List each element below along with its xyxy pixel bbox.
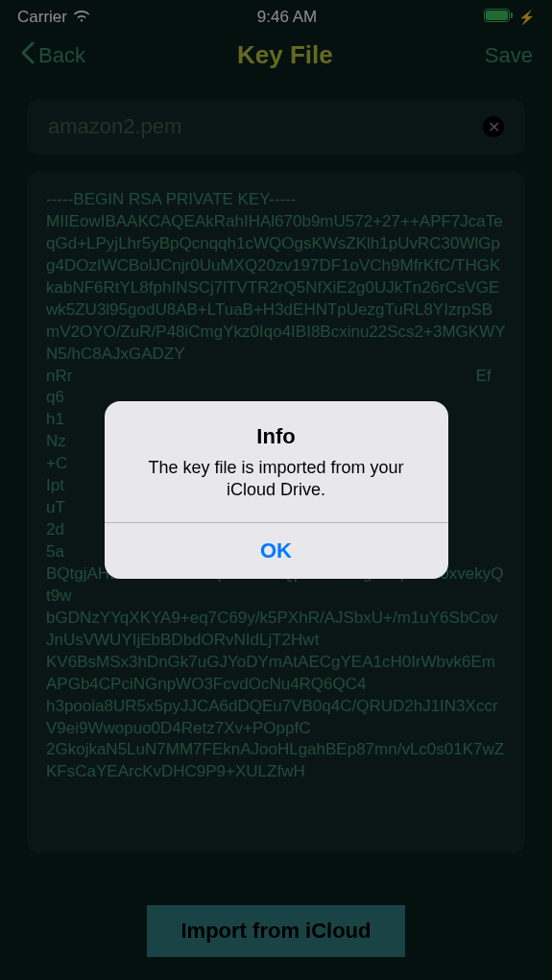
alert-dialog: Info The key file is imported from your … xyxy=(105,401,448,580)
modal-overlay: Info The key file is imported from your … xyxy=(0,0,552,980)
alert-message: The key file is imported from your iClou… xyxy=(126,457,427,502)
alert-content: Info The key file is imported from your … xyxy=(105,401,448,523)
alert-ok-button[interactable]: OK xyxy=(105,523,448,579)
alert-title: Info xyxy=(126,424,427,449)
